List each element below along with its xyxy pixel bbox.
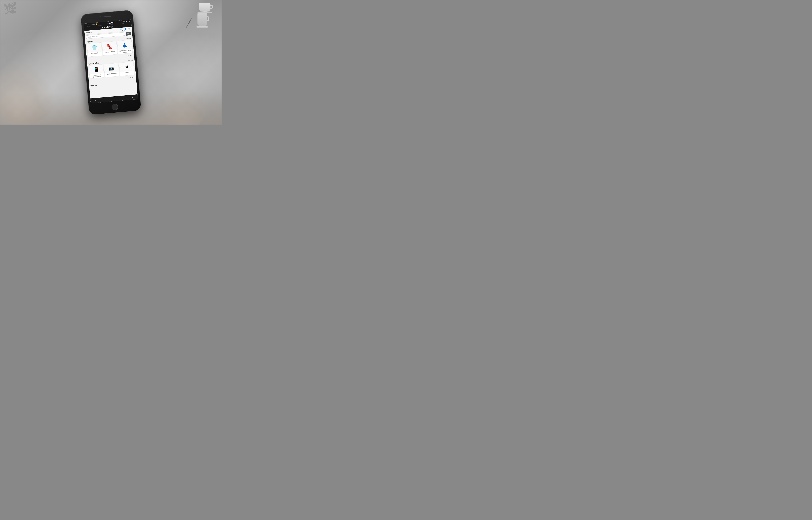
electronics-section: Electronics See all › 📱 Cell Phones & Sm… <box>87 58 136 83</box>
status-signal: ●●○○ NET 📶 <box>85 23 97 26</box>
phone-body: ●●○○ NET 📶 3:43 PM 20% eMARKET <box>81 10 141 115</box>
category-cell-phones[interactable]: 📱 Cell Phones & Smartphones <box>89 64 104 79</box>
nav-title: Home <box>86 31 92 34</box>
battery-tip <box>129 21 130 22</box>
mens-clothing-image: 👕 <box>87 43 102 53</box>
fashion-section: Fashion See all › 👕 Men's Clothing 👠 <box>85 36 134 61</box>
signal-dot-2 <box>86 25 87 25</box>
scroll-content: Fashion See all › 👕 Men's Clothing 👠 <box>85 36 138 102</box>
kids-clothing-image: 👗 <box>117 40 132 50</box>
signal-dot-4 <box>88 24 89 25</box>
phone-speaker <box>103 16 111 17</box>
cart-icon[interactable]: 🛒 <box>128 28 131 30</box>
signal-dot-1 <box>85 25 86 26</box>
signal-indicator <box>85 24 89 26</box>
battery-body <box>126 21 129 22</box>
fashion-section-title: Fashion <box>87 40 94 43</box>
category-digital-cameras[interactable]: 📷 Digital Cameras <box>104 63 119 78</box>
user-icon[interactable]: 👤 <box>124 28 127 30</box>
motors-arrow[interactable]: › <box>134 81 135 83</box>
fashion-see-all-arrow: › <box>131 37 131 39</box>
electronics-section-title: Electronics <box>88 62 99 65</box>
wifi-icon: 📶 <box>96 23 97 25</box>
forward-button[interactable]: › <box>132 96 133 99</box>
tablets-image: 🖥 <box>119 62 134 72</box>
search-button[interactable]: 🔍 <box>126 32 131 36</box>
phone-camera <box>100 16 101 17</box>
status-time: 3:43 PM <box>107 22 113 24</box>
fashion-see-all[interactable]: See all › <box>126 37 131 40</box>
phone-device: ●●○○ NET 📶 3:43 PM 20% eMARKET <box>81 10 141 115</box>
digital-cameras-image: 📷 <box>104 63 119 73</box>
category-tablets[interactable]: 🖥 Tablets <box>119 61 135 76</box>
status-battery: 20% <box>123 21 130 23</box>
category-womens-clothing[interactable]: 👠 Women's Clothing <box>102 41 117 56</box>
back-button[interactable]: ‹ <box>95 99 96 102</box>
category-mens-clothing[interactable]: 👕 Men's Clothing <box>87 43 102 57</box>
phone-screen: ●●○○ NET 📶 3:43 PM 20% eMARKET <box>84 20 138 103</box>
battery-indicator <box>126 21 130 22</box>
category-kids-clothing[interactable]: 👗 Kids' Clothing, Shoes & Accs. <box>117 40 133 54</box>
battery-fill <box>127 21 127 22</box>
battery-pct-label: 20% <box>123 21 126 22</box>
carrier-label: ●●○○ NET <box>90 24 95 25</box>
search-icon[interactable]: 🔍 <box>120 28 123 31</box>
motors-title: Motors <box>90 84 97 87</box>
cell-phones-image: 📱 <box>89 64 104 74</box>
phone-home-button[interactable] <box>111 103 118 110</box>
womens-clothing-image: 👠 <box>102 41 117 51</box>
electronics-see-all-arrow: › <box>133 59 133 61</box>
signal-dot-3 <box>87 25 88 25</box>
nav-icons: 🔍 👤 🛒 <box>120 28 131 31</box>
electronics-see-all[interactable]: See all › <box>128 59 133 61</box>
